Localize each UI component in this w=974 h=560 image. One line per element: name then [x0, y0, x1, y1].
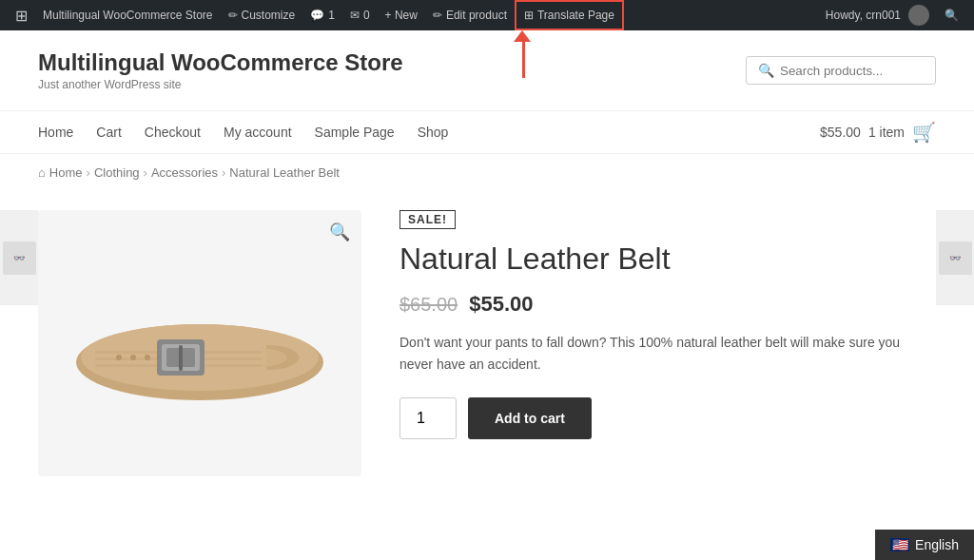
- breadcrumb-home-icon: ⌂: [38, 165, 46, 180]
- cart-icon: 🛒: [912, 121, 936, 144]
- admin-search-icon: 🔍: [945, 9, 959, 22]
- quantity-input[interactable]: [399, 397, 457, 439]
- cart-summary[interactable]: $55.00 1 item 🛒: [820, 121, 936, 144]
- breadcrumb-sep-2: ›: [144, 165, 147, 180]
- breadcrumb: ⌂ Home › Clothing › Accessories › Natura…: [0, 154, 974, 191]
- breadcrumb-home-link[interactable]: Home: [49, 165, 83, 180]
- admin-bar-new[interactable]: + New: [378, 0, 425, 30]
- product-image: [67, 267, 333, 419]
- price-wrapper: $65.00 $55.00: [399, 292, 936, 317]
- current-price: $55.00: [469, 292, 533, 317]
- admin-bar-edit-product[interactable]: ✏ Edit product: [425, 0, 515, 30]
- admin-bar-translate-page[interactable]: ⊞ Translate Page: [515, 0, 624, 30]
- next-product-thumbnail: 👓: [939, 241, 972, 275]
- sale-badge: SALE!: [399, 210, 456, 229]
- zoom-icon[interactable]: 🔍: [329, 222, 350, 242]
- nav-item-samplepage[interactable]: Sample Page: [315, 125, 395, 140]
- messages-count: 0: [363, 9, 370, 22]
- howdy-label: Howdy, crn001: [826, 9, 901, 22]
- customize-label: Customize: [242, 9, 296, 22]
- svg-point-10: [116, 355, 122, 360]
- user-avatar: [908, 5, 929, 26]
- admin-bar-comments[interactable]: 💬 1: [302, 0, 342, 30]
- comments-icon: 💬: [310, 9, 324, 22]
- product-image-wrapper: 🔍: [38, 210, 361, 476]
- search-input[interactable]: [780, 64, 924, 78]
- admin-bar-site-name[interactable]: Multilingual WooCommerce Store: [35, 0, 221, 30]
- nav-item-home[interactable]: Home: [38, 125, 73, 140]
- breadcrumb-sep-1: ›: [87, 165, 90, 180]
- prev-product-thumbnail: 👓: [3, 241, 36, 275]
- product-details: SALE! Natural Leather Belt $65.00 $55.00…: [399, 210, 936, 476]
- search-box[interactable]: 🔍: [746, 56, 936, 85]
- original-price: $65.00: [399, 294, 458, 316]
- admin-bar-right: Howdy, crn001 🔍: [818, 0, 966, 30]
- admin-bar-wp-logo[interactable]: ⊞: [8, 0, 35, 30]
- admin-bar-howdy[interactable]: Howdy, crn001: [818, 0, 937, 30]
- svg-rect-9: [179, 345, 183, 371]
- new-label: + New: [385, 9, 418, 22]
- add-to-cart-row: Add to cart: [399, 397, 936, 439]
- svg-point-11: [130, 355, 136, 360]
- cart-total-price: $55.00: [820, 125, 861, 140]
- site-navigation: Home Cart Checkout My account Sample Pag…: [0, 111, 974, 154]
- nav-item-checkout[interactable]: Checkout: [145, 125, 201, 140]
- site-header: Multilingual WooCommerce Store Just anot…: [0, 30, 974, 111]
- edit-icon: ✏: [433, 9, 442, 22]
- admin-bar-messages[interactable]: ✉ 0: [342, 0, 378, 30]
- admin-bar-search[interactable]: 🔍: [937, 0, 966, 30]
- search-icon: 🔍: [758, 63, 774, 78]
- admin-bar-customize[interactable]: ✏ Customize: [221, 0, 303, 30]
- left-side-panel: 👓: [0, 210, 38, 305]
- wp-icon: ⊞: [15, 7, 28, 25]
- site-title: Multilingual WooCommerce Store: [38, 49, 403, 76]
- product-description: Don't want your pants to fall down? This…: [399, 332, 936, 375]
- nav-item-cart[interactable]: Cart: [96, 125, 121, 140]
- nav-item-shop[interactable]: Shop: [418, 125, 449, 140]
- main-content: 👓 🔍: [0, 191, 974, 514]
- customize-icon: ✏: [228, 9, 238, 22]
- nav-item-myaccount[interactable]: My account: [224, 125, 292, 140]
- right-side-panel: 👓: [936, 210, 974, 305]
- breadcrumb-clothing-link[interactable]: Clothing: [94, 165, 140, 180]
- svg-point-12: [145, 355, 150, 360]
- translate-icon: ⊞: [524, 9, 534, 22]
- comments-count: 1: [328, 9, 335, 22]
- breadcrumb-accessories-link[interactable]: Accessories: [151, 165, 218, 180]
- breadcrumb-sep-3: ›: [222, 165, 225, 180]
- add-to-cart-button[interactable]: Add to cart: [468, 397, 592, 439]
- cart-items-count: 1 item: [868, 125, 905, 140]
- messages-icon: ✉: [350, 9, 360, 22]
- site-tagline: Just another WordPress site: [38, 78, 403, 91]
- breadcrumb-current: Natural Leather Belt: [229, 165, 340, 180]
- translate-page-label: Translate Page: [537, 9, 614, 22]
- admin-bar: ⊞ Multilingual WooCommerce Store ✏ Custo…: [0, 0, 974, 30]
- product-title: Natural Leather Belt: [399, 241, 936, 277]
- admin-site-name-label: Multilingual WooCommerce Store: [43, 9, 213, 22]
- site-branding: Multilingual WooCommerce Store Just anot…: [38, 49, 403, 91]
- edit-product-label: Edit product: [446, 9, 507, 22]
